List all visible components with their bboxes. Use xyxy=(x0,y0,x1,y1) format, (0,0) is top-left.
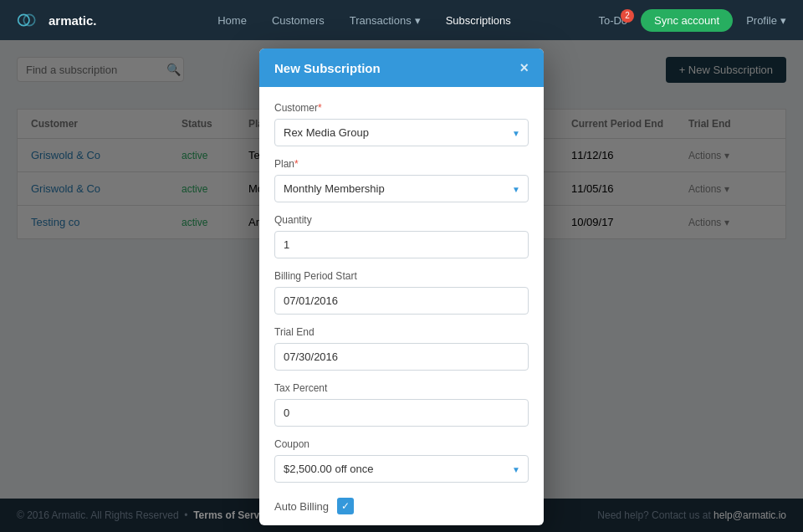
customer-select[interactable]: Rex Media Group Griswold & Co Testing co xyxy=(274,119,529,146)
navbar-links: Home Customers Transactions ▾ Subscripti… xyxy=(130,14,599,27)
billing-period-start-label: Billing Period Start xyxy=(274,270,529,282)
modal-header: New Subscription × xyxy=(259,49,544,87)
coupon-select-wrapper: $2,500.00 off once None 10% off xyxy=(274,455,529,483)
chevron-down-icon: ▾ xyxy=(780,14,786,27)
coupon-field-group: Coupon $2,500.00 off once None 10% off xyxy=(274,438,529,483)
trial-end-label: Trial End xyxy=(274,326,529,338)
auto-billing-row: Auto Billing ✓ xyxy=(274,494,529,518)
nav-subscriptions[interactable]: Subscriptions xyxy=(446,14,511,27)
modal-overlay: New Subscription × Customer* Rex Media G… xyxy=(0,40,803,532)
plan-select-wrapper: Monthly Membership Annual Membership Tes… xyxy=(274,175,529,202)
profile-button[interactable]: Profile ▾ xyxy=(746,14,786,27)
logo-text: armatic. xyxy=(49,13,97,28)
tax-percent-input[interactable] xyxy=(274,399,529,427)
navbar-right: To-Do 2 Sync account Profile ▾ xyxy=(598,9,786,32)
customer-field-group: Customer* Rex Media Group Griswold & Co … xyxy=(274,102,529,146)
trial-end-group: Trial End xyxy=(274,326,529,371)
auto-billing-checkbox[interactable]: ✓ xyxy=(337,498,354,514)
tax-percent-group: Tax Percent xyxy=(274,382,529,427)
billing-period-start-group: Billing Period Start xyxy=(274,270,529,315)
quantity-field-group: Quantity xyxy=(274,214,529,258)
logo: armatic. xyxy=(17,12,97,28)
logo-icon xyxy=(17,12,42,28)
customer-select-wrapper: Rex Media Group Griswold & Co Testing co xyxy=(274,119,529,146)
quantity-label: Quantity xyxy=(274,214,529,226)
todo-badge: 2 xyxy=(621,9,634,23)
trial-end-input[interactable] xyxy=(274,343,529,371)
quantity-input[interactable] xyxy=(274,231,529,258)
tax-percent-label: Tax Percent xyxy=(274,382,529,394)
billing-period-start-input[interactable] xyxy=(274,287,529,315)
nav-transactions[interactable]: Transactions ▾ xyxy=(350,14,421,27)
sync-account-button[interactable]: Sync account xyxy=(641,9,733,32)
todo-button[interactable]: To-Do 2 xyxy=(598,14,627,27)
modal-close-button[interactable]: × xyxy=(519,60,529,75)
plan-select[interactable]: Monthly Membership Annual Membership Tes… xyxy=(274,175,529,202)
coupon-label: Coupon xyxy=(274,438,529,450)
new-subscription-modal: New Subscription × Customer* Rex Media G… xyxy=(259,49,544,525)
nav-customers[interactable]: Customers xyxy=(272,14,325,27)
modal-body: Customer* Rex Media Group Griswold & Co … xyxy=(259,87,544,525)
nav-home[interactable]: Home xyxy=(217,14,247,27)
plan-label: Plan* xyxy=(274,158,529,170)
coupon-select[interactable]: $2,500.00 off once None 10% off xyxy=(274,455,529,483)
chevron-down-icon: ▾ xyxy=(415,14,421,27)
plan-field-group: Plan* Monthly Membership Annual Membersh… xyxy=(274,158,529,202)
customer-label: Customer* xyxy=(274,102,529,114)
auto-billing-label: Auto Billing xyxy=(274,500,329,513)
modal-title: New Subscription xyxy=(274,61,381,75)
navbar: armatic. Home Customers Transactions ▾ S… xyxy=(0,0,803,40)
